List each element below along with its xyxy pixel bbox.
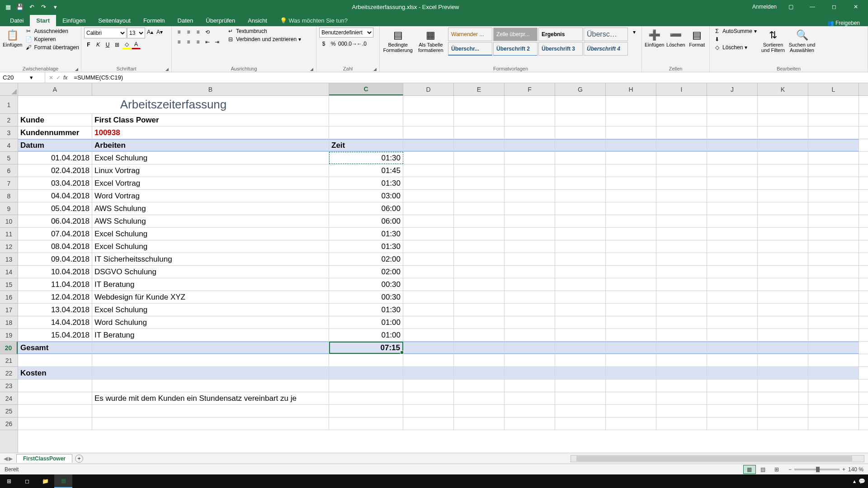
cell[interactable] (403, 177, 454, 189)
cell[interactable] (606, 342, 656, 354)
notifications-icon[interactable]: 💬 (859, 478, 865, 484)
cell[interactable] (18, 354, 92, 366)
cell[interactable] (707, 278, 758, 291)
tray-chevron-icon[interactable]: ▴ (853, 478, 856, 484)
row-header-5[interactable]: 5 (0, 152, 18, 164)
file-explorer-icon[interactable]: 📁 (36, 474, 54, 488)
cell[interactable]: 03.04.2018 (18, 177, 92, 189)
row-header-15[interactable]: 15 (0, 278, 18, 291)
cell[interactable] (454, 418, 505, 430)
cell[interactable]: 06.04.2018 (18, 215, 92, 227)
cell[interactable] (403, 380, 454, 392)
cell[interactable] (707, 96, 758, 113)
insert-cells-button[interactable]: ➕Einfügen (645, 28, 664, 47)
cell[interactable] (656, 215, 707, 227)
undo-icon[interactable]: ↶ (27, 2, 36, 11)
cell[interactable] (555, 278, 606, 291)
cell[interactable]: 01:00 (329, 329, 403, 341)
cell[interactable] (758, 342, 808, 354)
cell[interactable] (555, 228, 606, 240)
cell[interactable] (808, 190, 859, 202)
cell[interactable] (656, 96, 707, 113)
row-header-17[interactable]: 17 (0, 304, 18, 316)
cell[interactable] (808, 354, 859, 366)
cell[interactable] (403, 215, 454, 227)
cell[interactable] (92, 367, 329, 379)
cell[interactable] (403, 164, 454, 177)
cell[interactable] (656, 278, 707, 291)
cell[interactable] (18, 405, 92, 417)
cell[interactable] (606, 96, 656, 113)
find-select-button[interactable]: 🔍Suchen und Auswählen (788, 28, 816, 53)
selected-cell[interactable]: 07:15 (329, 342, 403, 354)
cell[interactable] (808, 418, 859, 430)
cell[interactable] (808, 202, 859, 215)
cell[interactable] (555, 418, 606, 430)
cell[interactable]: 06:00 (329, 202, 403, 215)
sheet-nav-next-icon[interactable]: ▶ (9, 455, 13, 462)
cell[interactable] (656, 304, 707, 316)
cell[interactable] (707, 266, 758, 278)
cell[interactable] (555, 164, 606, 177)
zoom-out-button[interactable]: − (788, 466, 792, 473)
cell[interactable] (505, 367, 555, 379)
cell[interactable] (403, 316, 454, 328)
cell[interactable] (403, 190, 454, 202)
conditional-formatting-button[interactable]: ▤Bedingte Formatierung (382, 28, 414, 53)
font-family-select[interactable]: Calibri (84, 28, 127, 38)
cell[interactable] (454, 392, 505, 404)
row-header-1[interactable]: 1 (0, 96, 18, 114)
cell[interactable] (18, 380, 92, 392)
cell[interactable]: 01:45 (329, 164, 403, 177)
cell[interactable] (808, 152, 859, 164)
cell[interactable] (758, 139, 808, 151)
cell[interactable]: 01:30 (329, 304, 403, 316)
cell[interactable] (606, 253, 656, 265)
cell[interactable] (758, 316, 808, 328)
format-cells-button[interactable]: ▤Format (687, 28, 707, 47)
cell[interactable]: 04.04.2018 (18, 190, 92, 202)
fx-icon[interactable]: fx (63, 75, 67, 81)
cell[interactable] (505, 380, 555, 392)
comma-button[interactable]: 000 (338, 39, 347, 48)
cell[interactable] (808, 405, 859, 417)
cell[interactable]: Arbeitszeiterfassung (18, 96, 329, 113)
row-header-12[interactable]: 12 (0, 240, 18, 253)
cell[interactable] (454, 240, 505, 253)
cell[interactable] (555, 177, 606, 189)
cell[interactable] (656, 253, 707, 265)
cell[interactable] (505, 177, 555, 189)
cell[interactable]: Kunde (18, 114, 92, 126)
format-as-table-button[interactable]: ▦Als Tabelle formatieren (415, 28, 447, 53)
cell[interactable] (403, 96, 454, 113)
cell[interactable] (758, 367, 808, 379)
cell[interactable] (403, 291, 454, 303)
style-ueberschrift[interactable]: Übersc… (584, 28, 628, 41)
row-header-14[interactable]: 14 (0, 266, 18, 278)
cell[interactable] (403, 278, 454, 291)
save-icon[interactable]: 💾 (15, 2, 24, 11)
cell[interactable] (403, 139, 454, 151)
cell[interactable] (758, 127, 808, 139)
cell[interactable]: DSGVO Schulung (92, 266, 329, 278)
cell[interactable] (555, 367, 606, 379)
cell[interactable] (606, 152, 656, 164)
task-view-icon[interactable]: ◻ (18, 474, 36, 488)
sort-filter-button[interactable]: ⇅Sortieren und Filtern (760, 28, 787, 53)
cell[interactable] (454, 316, 505, 328)
cell[interactable]: 09.04.2018 (18, 253, 92, 265)
cell[interactable]: Es wurde mit dem Kunden ein Stundensatz … (92, 392, 329, 404)
delete-cells-button[interactable]: ➖Löschen (666, 28, 685, 47)
cell[interactable] (758, 418, 808, 430)
cell[interactable] (808, 228, 859, 240)
cell[interactable] (403, 228, 454, 240)
cell[interactable] (808, 177, 859, 189)
cell[interactable] (808, 215, 859, 227)
decrease-decimal-icon[interactable]: ←.0 (357, 39, 366, 48)
add-sheet-button[interactable]: + (75, 455, 83, 463)
cell[interactable]: 13.04.2018 (18, 304, 92, 316)
cell[interactable] (454, 278, 505, 291)
cell[interactable] (758, 304, 808, 316)
row-header-2[interactable]: 2 (0, 114, 18, 127)
cell[interactable] (758, 354, 808, 366)
